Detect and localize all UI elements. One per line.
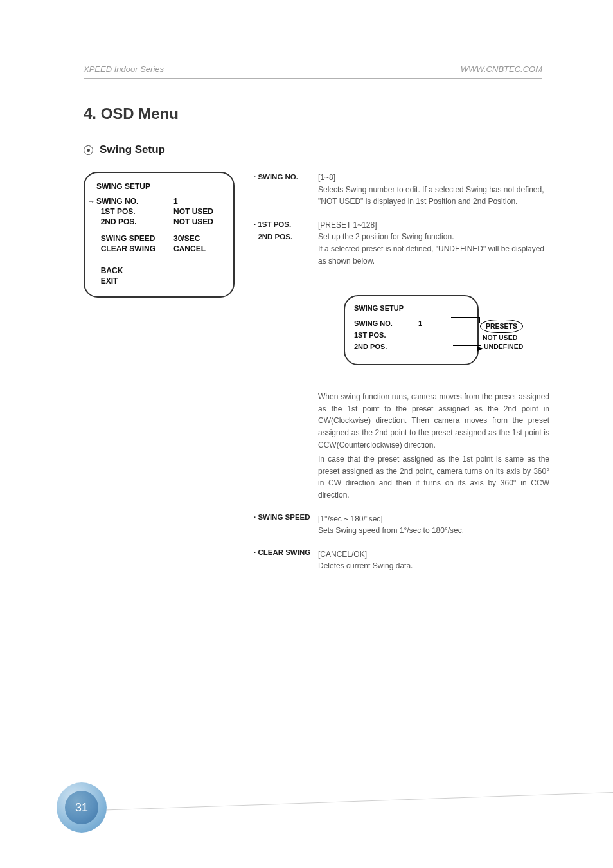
osd-row: → SWING NO. 1 — [96, 196, 222, 206]
param-desc: [PRESET 1~128] Set up the 2 position for… — [318, 219, 549, 267]
osd-label: SWING NO. — [96, 197, 173, 206]
param-label: · SWING SPEED — [254, 513, 318, 537]
param-text: Set up the 2 position for Swing function… — [318, 232, 454, 241]
osd-label: 1ST POS. — [354, 330, 418, 341]
osd-row: CLEAR SWING CANCEL — [96, 244, 222, 254]
callout-presets: PRESETS — [480, 320, 523, 333]
callout-line — [451, 317, 479, 318]
page-number: 31 — [65, 791, 98, 824]
osd-label: 2ND POS. — [354, 341, 418, 352]
param-swing-no: · SWING NO. [1~8] Selects Swing number t… — [254, 172, 549, 208]
osd-row: 2ND POS. NOT USED — [96, 217, 222, 227]
param-label-line: · 1ST POS. — [254, 219, 318, 230]
callout-undefined: UNDEFINED — [484, 341, 523, 352]
param-range: [1°/sec ~ 180/°sec] — [318, 514, 383, 523]
osd-label: 1ST POS. — [96, 207, 173, 216]
param-label: · SWING NO. — [254, 172, 318, 208]
param-text: Sets Swing speed from 1°/sec to 180°/sec… — [318, 526, 464, 535]
osd-label: SWING NO. — [354, 318, 418, 329]
param-range: [PRESET 1~128] — [318, 221, 377, 230]
header-right: WWW.CNBTEC.COM — [461, 64, 542, 74]
param-desc: [1~8] Selects Swing number to edit. If a… — [318, 172, 549, 208]
osd-title: SWING SETUP — [354, 303, 468, 314]
osd-row: 1ST POS. NOT USED — [96, 206, 222, 217]
osd-value: 30/SEC — [173, 234, 200, 243]
param-label-line: 2ND POS. — [254, 230, 318, 242]
diagram-cell: SWING SETUP SWING NO.1 1ST POS. 2ND POS.… — [318, 271, 549, 501]
param-clear-swing: · CLEAR SWING [CANCEL/OK] Deletes curren… — [254, 548, 549, 572]
param-text: If a selected preset is not defined, "UN… — [318, 244, 544, 266]
subsection-heading: Swing Setup — [84, 143, 542, 156]
param-pos: · 1ST POS. 2ND POS. [PRESET 1~128] Set u… — [254, 219, 549, 267]
osd-arrow-icon: → — [87, 197, 95, 206]
param-text: Deletes current Swing data. — [318, 561, 413, 570]
param-desc: [1°/sec ~ 180/°sec] Sets Swing speed fro… — [318, 513, 549, 537]
param-text: Selects Swing number to edit. If a selec… — [318, 185, 544, 206]
osd-label: EXIT — [96, 276, 173, 285]
page-header: XPEED Indoor Series WWW.CNBTEC.COM — [84, 64, 542, 78]
param-range: [CANCEL/OK] — [318, 550, 367, 559]
header-rule — [84, 78, 542, 79]
osd-row: SWING SPEED 30/SEC — [96, 233, 222, 244]
osd-title: SWING SETUP — [96, 182, 222, 191]
osd-box-swing-setup: SWING SETUP → SWING NO. 1 1ST POS. NOT U… — [84, 172, 235, 298]
arrow-right-icon: ▶ — [477, 343, 483, 354]
osd-label: 2ND POS. — [96, 217, 173, 226]
osd-diagram: SWING SETUP SWING NO.1 1ST POS. 2ND POS.… — [344, 284, 537, 377]
header-left: XPEED Indoor Series — [84, 64, 164, 74]
param-label: · CLEAR SWING — [254, 548, 318, 572]
param-text: In case that the preset assigned as the … — [318, 453, 549, 501]
osd-value: NOT USED — [173, 217, 213, 226]
osd-label: BACK — [96, 266, 173, 275]
page-footer: 31 — [0, 791, 613, 868]
osd-box-mini: SWING SETUP SWING NO.1 1ST POS. 2ND POS. — [344, 295, 479, 365]
description-col: · SWING NO. [1~8] Selects Swing number t… — [254, 172, 549, 572]
section-title: 4. OSD Menu — [84, 105, 542, 123]
bullet-icon — [84, 145, 93, 155]
param-desc: [CANCEL/OK] Deletes current Swing data. — [318, 548, 549, 572]
subsection-text: Swing Setup — [100, 143, 165, 156]
osd-row: EXIT — [96, 276, 222, 286]
footer-rule — [77, 792, 613, 811]
param-swing-speed: · SWING SPEED [1°/sec ~ 180/°sec] Sets S… — [254, 513, 549, 537]
diagram-row: SWING SETUP SWING NO.1 1ST POS. 2ND POS.… — [254, 271, 549, 501]
osd-value: 1 — [173, 197, 178, 206]
osd-value: NOT USED — [173, 207, 213, 216]
osd-label: SWING SPEED — [96, 234, 173, 243]
callout-line — [479, 317, 480, 323]
osd-value: 1 — [418, 318, 422, 329]
content-row: SWING SETUP → SWING NO. 1 1ST POS. NOT U… — [84, 172, 542, 572]
osd-screenshot-col: SWING SETUP → SWING NO. 1 1ST POS. NOT U… — [84, 172, 235, 298]
osd-value: CANCEL — [173, 244, 206, 253]
param-text: When swing function runs, camera moves f… — [318, 391, 549, 451]
page-number-badge: 31 — [57, 782, 107, 833]
spacer — [254, 271, 318, 501]
page: XPEED Indoor Series WWW.CNBTEC.COM 4. OS… — [0, 0, 613, 868]
param-label: · 1ST POS. 2ND POS. — [254, 219, 318, 267]
osd-label: CLEAR SWING — [96, 244, 173, 253]
param-range: [1~8] — [318, 173, 335, 182]
osd-row: BACK — [96, 266, 222, 276]
